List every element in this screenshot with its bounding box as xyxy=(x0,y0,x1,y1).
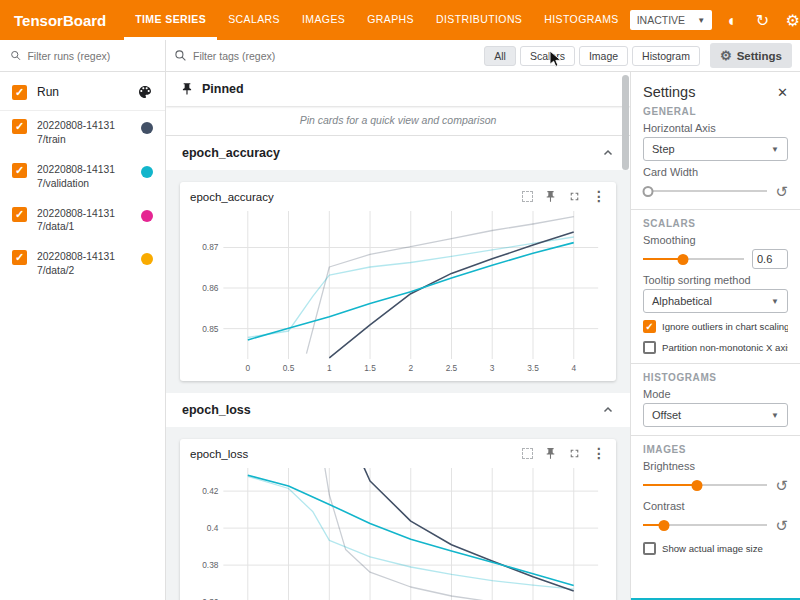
nav-tabs: TIME SERIES SCALARS IMAGES GRAPHS DISTRI… xyxy=(124,0,629,40)
chevron-up-icon[interactable] xyxy=(602,147,614,159)
smoothing-input[interactable] xyxy=(752,249,788,269)
show-actual-size-row[interactable]: Show actual image size xyxy=(643,541,788,556)
svg-text:1.5: 1.5 xyxy=(364,363,376,373)
chip-scalars[interactable]: Scalars xyxy=(520,46,575,66)
epoch-loss-chart[interactable]: 00.511.522.533.540.360.380.40.42 xyxy=(190,462,606,600)
more-options-icon[interactable]: ⋮ xyxy=(592,190,606,203)
settings-panel-title: Settings xyxy=(643,84,695,100)
svg-text:0.5: 0.5 xyxy=(283,363,295,373)
select-all-runs-checkbox[interactable]: ✓ xyxy=(12,85,27,100)
card-width-slider[interactable] xyxy=(643,184,767,198)
runs-header-label: Run xyxy=(37,85,127,99)
fit-domain-icon[interactable] xyxy=(522,448,533,459)
svg-text:4: 4 xyxy=(571,363,576,373)
run-row-train[interactable]: ✓ 20220808-141317/train xyxy=(0,111,165,155)
tab-scalars[interactable]: SCALARS xyxy=(217,0,291,40)
svg-text:0.87: 0.87 xyxy=(202,242,219,252)
more-options-icon[interactable]: ⋮ xyxy=(592,447,606,460)
epoch-accuracy-chart[interactable]: 00.511.522.533.540.850.860.87 xyxy=(190,205,606,375)
horizontal-axis-select[interactable]: Step ▼ xyxy=(643,137,788,161)
settings-button[interactable]: ⚙ Settings xyxy=(710,43,792,68)
run-color-dot xyxy=(141,253,153,265)
section-header-epoch-loss[interactable]: epoch_loss xyxy=(166,393,630,427)
smoothing-slider[interactable] xyxy=(643,252,744,266)
runs-header-row: ✓ Run xyxy=(0,72,165,111)
gear-icon[interactable]: ⚙ xyxy=(783,11,800,30)
run-checkbox[interactable]: ✓ xyxy=(12,119,27,134)
tab-time-series[interactable]: TIME SERIES xyxy=(124,0,217,40)
reset-icon[interactable]: ↺ xyxy=(775,478,788,493)
card-width-label: Card Width xyxy=(643,166,788,178)
scalar-card-epoch-accuracy: epoch_accuracy ⋮ 00.511.522.533.540.850.… xyxy=(180,182,616,381)
main-area: All Scalars Image Histogram ⚙ Settings P… xyxy=(166,40,800,600)
svg-text:0.86: 0.86 xyxy=(202,283,219,293)
chip-histogram[interactable]: Histogram xyxy=(632,46,700,66)
smoothing-label: Smoothing xyxy=(643,234,788,246)
card-title: epoch_loss xyxy=(190,448,248,460)
theme-toggle-icon[interactable]: ◐ xyxy=(723,11,742,30)
chip-image[interactable]: Image xyxy=(579,46,628,66)
svg-text:1: 1 xyxy=(327,363,332,373)
section-body-epoch-accuracy: epoch_accuracy ⋮ 00.511.522.533.540.850.… xyxy=(166,170,630,393)
tooltip-sorting-label: Tooltip sorting method xyxy=(643,274,788,286)
vertical-scrollbar[interactable] xyxy=(622,75,629,170)
svg-text:2: 2 xyxy=(408,363,413,373)
histograms-heading: HISTOGRAMS xyxy=(643,372,788,383)
run-row-validation[interactable]: ✓ 20220808-141317/validation xyxy=(0,155,165,199)
svg-text:0: 0 xyxy=(245,363,250,373)
run-checkbox[interactable]: ✓ xyxy=(12,207,27,222)
run-name: 20220808-141317/data/1 xyxy=(37,207,121,235)
reset-icon[interactable]: ↺ xyxy=(775,184,788,199)
section-title: epoch_accuracy xyxy=(182,146,280,160)
reload-status-dropdown[interactable]: INACTIVE ▼ xyxy=(630,10,712,30)
brightness-slider[interactable] xyxy=(643,478,767,492)
ignore-outliers-row[interactable]: ✓ Ignore outliers in chart scaling xyxy=(643,319,788,334)
tab-histograms[interactable]: HISTOGRAMS xyxy=(533,0,629,40)
run-checkbox[interactable]: ✓ xyxy=(12,250,27,265)
pin-card-icon[interactable] xyxy=(544,447,557,460)
fit-domain-icon[interactable] xyxy=(522,191,533,202)
tab-distributions[interactable]: DISTRIBUTIONS xyxy=(425,0,533,40)
run-row-data1[interactable]: ✓ 20220808-141317/data/1 xyxy=(0,199,165,243)
chip-all[interactable]: All xyxy=(484,46,516,66)
histogram-mode-select[interactable]: Offset ▼ xyxy=(643,403,788,427)
refresh-icon[interactable]: ↻ xyxy=(753,11,772,30)
palette-icon[interactable] xyxy=(137,84,153,100)
fullscreen-icon[interactable] xyxy=(568,447,581,460)
run-color-dot xyxy=(141,210,153,222)
runs-filter-input[interactable] xyxy=(27,50,155,62)
app-title: TensorBoard xyxy=(0,12,124,29)
run-checkbox[interactable]: ✓ xyxy=(12,163,27,178)
tag-filter-input[interactable] xyxy=(193,50,478,62)
top-navbar: TensorBoard TIME SERIES SCALARS IMAGES G… xyxy=(0,0,800,40)
run-color-dot xyxy=(141,166,153,178)
chevron-up-icon[interactable] xyxy=(602,404,614,416)
content-area: ✓ Run ✓ 20220808-141317/train ✓ 20220808… xyxy=(0,40,800,600)
navbar-actions: INACTIVE ▼ ◐ ↻ ⚙ ? xyxy=(630,10,800,30)
close-icon[interactable]: ✕ xyxy=(777,85,788,100)
section-title: epoch_loss xyxy=(182,403,251,417)
section-header-epoch-accuracy[interactable]: epoch_accuracy xyxy=(166,136,630,170)
histogram-mode-value: Offset xyxy=(652,409,681,421)
ignore-outliers-checkbox[interactable]: ✓ xyxy=(643,320,656,333)
partition-x-axis-row[interactable]: Partition non-monotonic X axis i xyxy=(643,340,788,355)
show-actual-size-checkbox[interactable] xyxy=(643,542,656,555)
reload-status-value: INACTIVE xyxy=(637,14,685,26)
contrast-slider[interactable] xyxy=(643,518,767,532)
images-heading: IMAGES xyxy=(643,444,788,455)
reset-icon[interactable]: ↺ xyxy=(775,518,788,533)
chevron-down-icon: ▼ xyxy=(771,145,779,154)
pin-icon xyxy=(180,82,194,96)
tooltip-sorting-select[interactable]: Alphabetical ▼ xyxy=(643,289,788,313)
run-row-data2[interactable]: ✓ 20220808-141317/data/2 xyxy=(0,242,165,286)
pin-card-icon[interactable] xyxy=(544,190,557,203)
contrast-label: Contrast xyxy=(643,500,788,512)
fullscreen-icon[interactable] xyxy=(568,190,581,203)
search-icon xyxy=(174,49,187,62)
partition-x-axis-checkbox[interactable] xyxy=(643,341,656,354)
scalars-heading: SCALARS xyxy=(643,218,788,229)
gear-icon: ⚙ xyxy=(720,48,732,63)
tab-images[interactable]: IMAGES xyxy=(291,0,356,40)
tab-graphs[interactable]: GRAPHS xyxy=(356,0,425,40)
chevron-down-icon: ▼ xyxy=(697,16,705,25)
